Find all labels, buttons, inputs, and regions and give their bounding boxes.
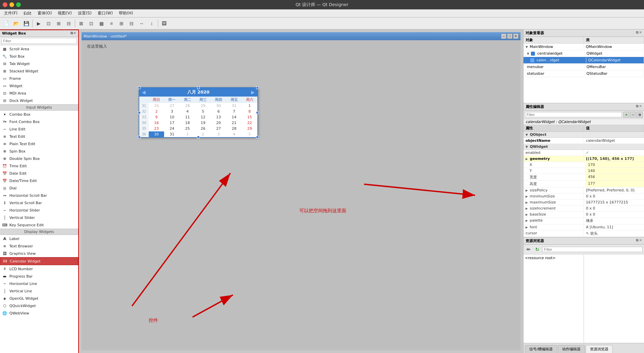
minimize-button[interactable] [9,2,14,7]
widget-item-calendar-widget[interactable]: 12 Calendar Widget [0,257,78,265]
widget-item-time-edit[interactable]: ⏰ Time Edit [0,162,78,170]
open-button[interactable]: 📂 [11,19,21,28]
obj-row-calendar[interactable]: calen...idget QCalendarWidget [524,57,644,64]
menu-edit[interactable]: Edit [21,10,34,16]
tab-action-editor[interactable]: 动作编辑器 [558,345,585,353]
cal-day[interactable]: 13 [211,114,226,120]
preview-button[interactable]: ▶ [34,19,43,28]
cal-day[interactable]: 31 [164,131,180,137]
cal-day[interactable]: 31 [226,103,242,109]
prop-add-btn[interactable]: + [623,112,629,118]
widget-item-qquick[interactable]: ⬡ QQuickWidget [0,302,78,309]
prop-value-objectname[interactable]: calendarWidget [584,138,644,143]
widget-item-progress-bar[interactable]: ▬ Progress Bar [0,273,78,280]
menu-file[interactable]: 文件(F) [1,10,20,17]
prop-close-btn[interactable]: ✕ [639,104,642,109]
prop-value-geometry[interactable]: [(170, 140), 456 x 177] [584,156,644,162]
widget-item-tool-box[interactable]: 🔧 Tool Box [0,53,78,60]
cal-day[interactable]: 1 [180,131,195,137]
cal-day[interactable]: 4 [180,109,195,114]
widget-item-font-combo-box[interactable]: A▾ Font Combo Box [0,118,78,125]
save-button[interactable]: 💾 [21,19,31,28]
cal-day[interactable]: 6 [211,109,226,114]
cal-day[interactable]: 18 [180,120,195,126]
tool2[interactable]: ⊡ [44,19,53,28]
menu-settings[interactable]: 设置(S) [75,10,94,17]
cal-day[interactable]: 5 [195,109,211,114]
cal-day[interactable]: 20 [211,120,226,126]
tool12[interactable]: ↕ [147,19,156,28]
design-window-close-btn[interactable]: ✕ [513,34,518,39]
tool5[interactable]: ⊠ [77,19,86,28]
cal-day[interactable]: 10 [164,114,180,120]
widget-item-frame[interactable]: ▭ Frame [0,75,78,82]
prop-value-y[interactable]: 140 [586,168,644,174]
prop-value-font[interactable]: A [Ubuntu, 11] [584,224,644,230]
calendar-widget-canvas[interactable]: ◀ 八月 2020 ▶ 周日 周一 周 [139,87,258,138]
widget-item-label[interactable]: A Label [0,235,78,242]
prop-config-btn[interactable]: ⚙ [637,112,643,118]
cal-day[interactable]: 7 [226,109,242,114]
design-window-buttons[interactable]: ─ □ ✕ [500,34,518,39]
cal-day[interactable]: 16 [149,120,164,126]
prop-remove-btn[interactable]: ─ [630,112,636,118]
widget-item-tab-widget[interactable]: ⊟ Tab Widget [0,60,78,67]
cal-day[interactable]: 3 [164,109,180,114]
cal-next-btn[interactable]: ▶ [251,90,255,95]
cal-day[interactable]: 12 [195,114,211,120]
res-header-btns[interactable]: ⧉ ✕ [636,238,642,243]
cal-day[interactable]: 26 [195,126,211,131]
prop-value-minsize[interactable]: 0 x 0 [584,193,644,199]
widget-item-lcd-number[interactable]: 8 LCD Number [0,265,78,273]
design-window-min-btn[interactable]: ─ [501,34,506,39]
widget-item-text-browser[interactable]: ≡ Text Browser [0,242,78,250]
res-close-btn[interactable]: ✕ [639,238,642,243]
widget-item-datetime-edit[interactable]: 📅 Date/Time Edit [0,177,78,184]
widget-item-text-edit[interactable]: ≡ Text Edit [0,133,78,140]
res-edit-btn[interactable]: ✏ [525,246,532,253]
prop-value-enabled[interactable]: ✓ [584,150,644,156]
obj-row-menubar[interactable]: menubar QMenuBar [524,64,644,70]
cal-day[interactable]: 5 [242,131,257,137]
tool10[interactable]: ⊟ [127,19,136,28]
cal-day[interactable]: 11 [180,114,195,120]
prop-value-sizepolicy[interactable]: [Preferred, Preferred, 0, 0] [584,187,644,193]
widget-item-key-sequence-edit[interactable]: ⌨ Key Sequence Edit [0,221,78,229]
widget-item-hscrollbar[interactable]: ↔ Horizontal Scroll Bar [0,192,78,199]
widget-item-plain-text-edit[interactable]: ≡ Plain Text Edit [0,140,78,148]
widget-box-close-btn[interactable]: ✕ [73,31,76,36]
obj-row-statusbar[interactable]: statusbar QStatusBar [524,70,644,77]
menu-window[interactable]: 窗口(W) [95,10,115,17]
tool7[interactable]: ▦ [97,19,106,28]
cal-day[interactable]: 22 [242,120,257,126]
prop-float-btn[interactable]: ⧉ [636,104,638,109]
cal-day[interactable]: 14 [226,114,242,120]
prop-section-qobject[interactable]: ▼ QObject [524,132,644,138]
widget-item-dial[interactable]: ◎ Dial [0,184,78,192]
cal-day[interactable]: 17 [164,120,180,126]
widget-item-scroll-area[interactable]: ▦ Scroll Area [0,45,78,53]
cal-day[interactable]: 29 [242,126,257,131]
prop-value-basesize[interactable]: 0 x 0 [584,212,644,217]
prop-value-width[interactable]: 456 [586,174,644,180]
widget-item-spin-box[interactable]: ⊕ Spin Box [0,148,78,155]
menu-form[interactable]: 窗体(O) [35,10,55,17]
widget-box-header-buttons[interactable]: ⧉ ✕ [70,31,76,36]
tab-resource-browser[interactable]: 资源浏览器 [586,345,613,353]
widget-item-vscrollbar[interactable]: ↕ Vertical Scroll Bar [0,199,78,207]
cal-day[interactable]: 24 [164,126,180,131]
cal-day[interactable]: 29 [195,103,211,109]
cal-day[interactable]: 2 [149,109,164,114]
cal-day[interactable]: 28 [180,103,195,109]
maximize-button[interactable] [16,2,21,7]
obj-close-btn[interactable]: ✕ [639,31,642,36]
widget-item-date-edit[interactable]: 📅 Date Edit [0,170,78,177]
widget-item-horizontal-line[interactable]: ─ Horizontal Line [0,280,78,287]
new-button[interactable]: 📄 [1,19,11,28]
prop-value-height[interactable]: 177 [586,181,644,187]
res-refresh-btn[interactable]: ↻ [534,246,541,253]
cal-day[interactable]: 23 [149,126,164,131]
prop-filter-input[interactable] [525,112,622,117]
prop-value-sizeincrement[interactable]: 0 x 0 [584,205,644,211]
widget-item-vertical-line[interactable]: │ Vertical Line [0,287,78,295]
